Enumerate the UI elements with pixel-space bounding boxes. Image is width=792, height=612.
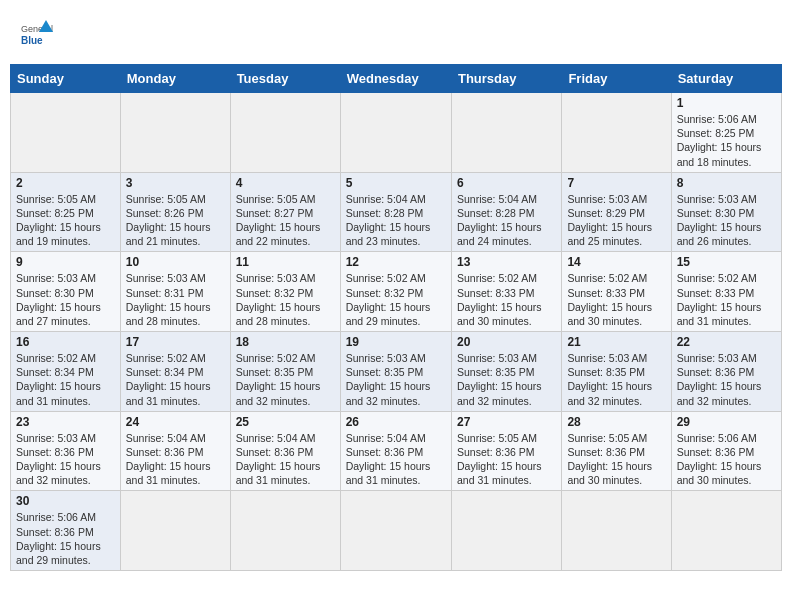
day-info: Sunrise: 5:06 AM Sunset: 8:25 PM Dayligh… bbox=[677, 112, 776, 169]
calendar-cell bbox=[11, 93, 121, 173]
day-number: 8 bbox=[677, 176, 776, 190]
calendar-cell: 16Sunrise: 5:02 AM Sunset: 8:34 PM Dayli… bbox=[11, 332, 121, 412]
day-info: Sunrise: 5:02 AM Sunset: 8:34 PM Dayligh… bbox=[16, 351, 115, 408]
day-info: Sunrise: 5:02 AM Sunset: 8:33 PM Dayligh… bbox=[457, 271, 556, 328]
day-info: Sunrise: 5:03 AM Sunset: 8:36 PM Dayligh… bbox=[677, 351, 776, 408]
calendar-cell: 3Sunrise: 5:05 AM Sunset: 8:26 PM Daylig… bbox=[120, 172, 230, 252]
calendar-cell: 15Sunrise: 5:02 AM Sunset: 8:33 PM Dayli… bbox=[671, 252, 781, 332]
calendar-cell: 6Sunrise: 5:04 AM Sunset: 8:28 PM Daylig… bbox=[451, 172, 561, 252]
calendar-cell bbox=[562, 491, 671, 571]
calendar-header: SundayMondayTuesdayWednesdayThursdayFrid… bbox=[11, 65, 782, 93]
calendar-cell: 20Sunrise: 5:03 AM Sunset: 8:35 PM Dayli… bbox=[451, 332, 561, 412]
calendar-cell: 30Sunrise: 5:06 AM Sunset: 8:36 PM Dayli… bbox=[11, 491, 121, 571]
day-number: 28 bbox=[567, 415, 665, 429]
day-info: Sunrise: 5:03 AM Sunset: 8:36 PM Dayligh… bbox=[16, 431, 115, 488]
day-info: Sunrise: 5:05 AM Sunset: 8:25 PM Dayligh… bbox=[16, 192, 115, 249]
calendar-cell: 11Sunrise: 5:03 AM Sunset: 8:32 PM Dayli… bbox=[230, 252, 340, 332]
day-info: Sunrise: 5:04 AM Sunset: 8:28 PM Dayligh… bbox=[457, 192, 556, 249]
day-number: 29 bbox=[677, 415, 776, 429]
day-number: 15 bbox=[677, 255, 776, 269]
calendar-cell: 4Sunrise: 5:05 AM Sunset: 8:27 PM Daylig… bbox=[230, 172, 340, 252]
day-number: 21 bbox=[567, 335, 665, 349]
calendar-cell bbox=[120, 491, 230, 571]
day-info: Sunrise: 5:04 AM Sunset: 8:36 PM Dayligh… bbox=[236, 431, 335, 488]
calendar-cell: 10Sunrise: 5:03 AM Sunset: 8:31 PM Dayli… bbox=[120, 252, 230, 332]
day-number: 9 bbox=[16, 255, 115, 269]
weekday-header-tuesday: Tuesday bbox=[230, 65, 340, 93]
day-number: 20 bbox=[457, 335, 556, 349]
day-info: Sunrise: 5:06 AM Sunset: 8:36 PM Dayligh… bbox=[677, 431, 776, 488]
day-number: 10 bbox=[126, 255, 225, 269]
calendar-cell: 29Sunrise: 5:06 AM Sunset: 8:36 PM Dayli… bbox=[671, 411, 781, 491]
calendar-cell bbox=[671, 491, 781, 571]
day-number: 26 bbox=[346, 415, 446, 429]
day-info: Sunrise: 5:05 AM Sunset: 8:27 PM Dayligh… bbox=[236, 192, 335, 249]
day-number: 17 bbox=[126, 335, 225, 349]
calendar-cell bbox=[451, 491, 561, 571]
day-number: 6 bbox=[457, 176, 556, 190]
calendar-cell: 7Sunrise: 5:03 AM Sunset: 8:29 PM Daylig… bbox=[562, 172, 671, 252]
day-info: Sunrise: 5:05 AM Sunset: 8:26 PM Dayligh… bbox=[126, 192, 225, 249]
day-info: Sunrise: 5:02 AM Sunset: 8:34 PM Dayligh… bbox=[126, 351, 225, 408]
day-number: 14 bbox=[567, 255, 665, 269]
calendar-table: SundayMondayTuesdayWednesdayThursdayFrid… bbox=[10, 64, 782, 571]
calendar-cell bbox=[120, 93, 230, 173]
day-info: Sunrise: 5:03 AM Sunset: 8:30 PM Dayligh… bbox=[677, 192, 776, 249]
day-number: 18 bbox=[236, 335, 335, 349]
calendar-cell: 23Sunrise: 5:03 AM Sunset: 8:36 PM Dayli… bbox=[11, 411, 121, 491]
weekday-header-saturday: Saturday bbox=[671, 65, 781, 93]
day-number: 7 bbox=[567, 176, 665, 190]
calendar-cell bbox=[340, 491, 451, 571]
day-info: Sunrise: 5:03 AM Sunset: 8:31 PM Dayligh… bbox=[126, 271, 225, 328]
weekday-header-thursday: Thursday bbox=[451, 65, 561, 93]
calendar-cell: 1Sunrise: 5:06 AM Sunset: 8:25 PM Daylig… bbox=[671, 93, 781, 173]
day-info: Sunrise: 5:03 AM Sunset: 8:29 PM Dayligh… bbox=[567, 192, 665, 249]
day-info: Sunrise: 5:03 AM Sunset: 8:35 PM Dayligh… bbox=[457, 351, 556, 408]
day-info: Sunrise: 5:03 AM Sunset: 8:30 PM Dayligh… bbox=[16, 271, 115, 328]
day-info: Sunrise: 5:04 AM Sunset: 8:36 PM Dayligh… bbox=[346, 431, 446, 488]
calendar-cell bbox=[562, 93, 671, 173]
calendar-cell: 28Sunrise: 5:05 AM Sunset: 8:36 PM Dayli… bbox=[562, 411, 671, 491]
day-info: Sunrise: 5:05 AM Sunset: 8:36 PM Dayligh… bbox=[457, 431, 556, 488]
logo-svg: General Blue bbox=[20, 18, 56, 54]
calendar-cell: 25Sunrise: 5:04 AM Sunset: 8:36 PM Dayli… bbox=[230, 411, 340, 491]
day-number: 25 bbox=[236, 415, 335, 429]
day-number: 19 bbox=[346, 335, 446, 349]
calendar-cell: 17Sunrise: 5:02 AM Sunset: 8:34 PM Dayli… bbox=[120, 332, 230, 412]
day-number: 2 bbox=[16, 176, 115, 190]
calendar-cell: 2Sunrise: 5:05 AM Sunset: 8:25 PM Daylig… bbox=[11, 172, 121, 252]
calendar-cell: 22Sunrise: 5:03 AM Sunset: 8:36 PM Dayli… bbox=[671, 332, 781, 412]
weekday-header-sunday: Sunday bbox=[11, 65, 121, 93]
calendar-cell: 13Sunrise: 5:02 AM Sunset: 8:33 PM Dayli… bbox=[451, 252, 561, 332]
calendar-cell: 26Sunrise: 5:04 AM Sunset: 8:36 PM Dayli… bbox=[340, 411, 451, 491]
day-info: Sunrise: 5:02 AM Sunset: 8:33 PM Dayligh… bbox=[567, 271, 665, 328]
day-number: 1 bbox=[677, 96, 776, 110]
day-number: 30 bbox=[16, 494, 115, 508]
day-info: Sunrise: 5:02 AM Sunset: 8:33 PM Dayligh… bbox=[677, 271, 776, 328]
day-number: 27 bbox=[457, 415, 556, 429]
day-number: 5 bbox=[346, 176, 446, 190]
day-info: Sunrise: 5:03 AM Sunset: 8:35 PM Dayligh… bbox=[567, 351, 665, 408]
day-number: 23 bbox=[16, 415, 115, 429]
calendar-cell: 5Sunrise: 5:04 AM Sunset: 8:28 PM Daylig… bbox=[340, 172, 451, 252]
header: General Blue bbox=[10, 10, 782, 58]
calendar-cell: 19Sunrise: 5:03 AM Sunset: 8:35 PM Dayli… bbox=[340, 332, 451, 412]
day-info: Sunrise: 5:02 AM Sunset: 8:35 PM Dayligh… bbox=[236, 351, 335, 408]
day-number: 11 bbox=[236, 255, 335, 269]
svg-text:Blue: Blue bbox=[21, 35, 43, 46]
day-info: Sunrise: 5:02 AM Sunset: 8:32 PM Dayligh… bbox=[346, 271, 446, 328]
day-number: 13 bbox=[457, 255, 556, 269]
calendar-cell: 12Sunrise: 5:02 AM Sunset: 8:32 PM Dayli… bbox=[340, 252, 451, 332]
calendar-cell bbox=[451, 93, 561, 173]
day-info: Sunrise: 5:04 AM Sunset: 8:36 PM Dayligh… bbox=[126, 431, 225, 488]
calendar-cell: 27Sunrise: 5:05 AM Sunset: 8:36 PM Dayli… bbox=[451, 411, 561, 491]
weekday-header-monday: Monday bbox=[120, 65, 230, 93]
calendar-cell: 21Sunrise: 5:03 AM Sunset: 8:35 PM Dayli… bbox=[562, 332, 671, 412]
day-info: Sunrise: 5:06 AM Sunset: 8:36 PM Dayligh… bbox=[16, 510, 115, 567]
logo: General Blue bbox=[20, 18, 56, 54]
calendar-cell: 18Sunrise: 5:02 AM Sunset: 8:35 PM Dayli… bbox=[230, 332, 340, 412]
day-info: Sunrise: 5:04 AM Sunset: 8:28 PM Dayligh… bbox=[346, 192, 446, 249]
calendar-cell bbox=[230, 93, 340, 173]
day-info: Sunrise: 5:03 AM Sunset: 8:32 PM Dayligh… bbox=[236, 271, 335, 328]
weekday-header-friday: Friday bbox=[562, 65, 671, 93]
